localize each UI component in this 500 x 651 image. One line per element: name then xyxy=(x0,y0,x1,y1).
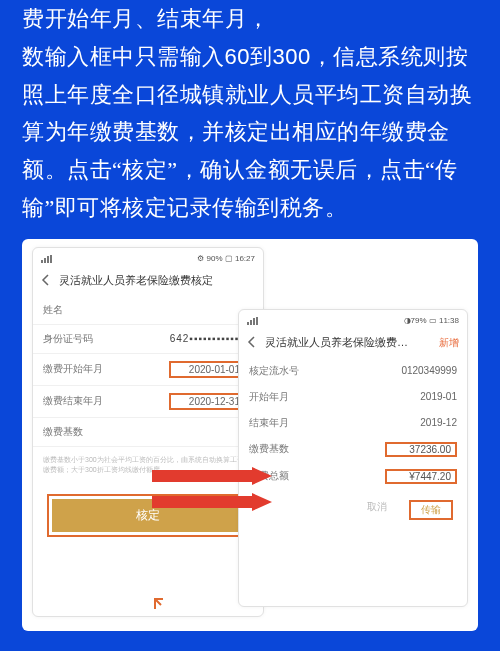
status-carrier xyxy=(247,317,287,325)
serial-value: 0120349999 xyxy=(401,365,457,376)
svg-rect-6 xyxy=(253,318,255,325)
intro-line3: 照上年度全口径城镇就业人员平均工资自动换 xyxy=(22,82,472,107)
arrow-icon xyxy=(152,467,272,485)
status-right: ⚙ 90% ▢ 16:27 xyxy=(197,254,255,263)
svg-rect-0 xyxy=(41,260,43,263)
svg-marker-8 xyxy=(152,467,272,485)
titlebar-right: 灵活就业人员养老保险缴费… 新增 xyxy=(239,328,467,358)
rstart-value: 2019-01 xyxy=(420,391,457,402)
back-icon[interactable] xyxy=(247,334,261,352)
status-bar-left: ⚙ 90% ▢ 16:27 xyxy=(33,248,263,266)
row-rend: 结束年月 2019-12 xyxy=(239,410,467,436)
intro-line5b: 核定 xyxy=(122,157,167,182)
intro-line6b: 即可将核定记录传输到税务。 xyxy=(55,195,348,220)
svg-rect-7 xyxy=(256,317,258,325)
svg-rect-2 xyxy=(47,256,49,263)
status-right: ◑79% ▭ 11:38 xyxy=(404,316,460,325)
rbase-value: 37236.00 xyxy=(385,442,457,457)
button-row: 取消 传输 xyxy=(239,490,467,520)
screenshot-board: ⚙ 90% ▢ 16:27 灵活就业人员养老保险缴费核定 姓名 身份证号码 64… xyxy=(22,239,478,631)
name-label: 姓名 xyxy=(43,303,63,317)
intro-line6a: 输 xyxy=(22,195,45,220)
serial-label: 核定流水号 xyxy=(249,364,299,378)
back-icon[interactable] xyxy=(41,272,55,290)
intro-line5d: 传 xyxy=(435,157,458,182)
rtotal-value: ¥7447.20 xyxy=(385,469,457,484)
pointer-arrow-icon xyxy=(151,595,167,611)
titlebar-left: 灵活就业人员养老保险缴费核定 xyxy=(33,266,263,296)
intro-line1a: 费开始年月、结束年月， xyxy=(22,6,270,31)
rstart-label: 开始年月 xyxy=(249,390,289,404)
row-rtotal: 缴费总额 ¥7447.20 xyxy=(239,463,467,490)
row-serial: 核定流水号 0120349999 xyxy=(239,358,467,384)
intro-line5c: ，确认金额无误后，点击 xyxy=(178,157,426,182)
svg-marker-9 xyxy=(152,493,272,511)
end-label: 缴费结束年月 xyxy=(43,394,103,408)
instruction-text: 费开始年月、结束年月， 数输入框中只需输入60到300，信息系统则按 照上年度全… xyxy=(0,0,500,239)
transmit-button[interactable]: 传输 xyxy=(409,500,453,520)
rend-label: 结束年月 xyxy=(249,416,289,430)
status-bar-right: ◑79% ▭ 11:38 xyxy=(239,310,467,328)
phone-right: ◑79% ▭ 11:38 灵活就业人员养老保险缴费… 新增 核定流水号 0120… xyxy=(238,309,468,607)
svg-rect-5 xyxy=(250,320,252,325)
row-id: 身份证号码 642▪▪▪▪▪▪▪▪▪▪▪▪▪▪ xyxy=(33,325,263,354)
row-name: 姓名 xyxy=(33,296,263,325)
svg-rect-1 xyxy=(44,258,46,263)
arrow-icon xyxy=(152,493,272,511)
row-end: 缴费结束年月 2020-12-31 › xyxy=(33,386,263,418)
start-date-value: 2020-01-01 xyxy=(189,364,240,375)
intro-line5a: 额。点击 xyxy=(22,157,112,182)
row-rstart: 开始年月 2019-01 xyxy=(239,384,467,410)
rend-value: 2019-12 xyxy=(420,417,457,428)
rbase-label: 缴费基数 xyxy=(249,442,289,456)
intro-line2: 数输入框中只需输入60到300，信息系统则按 xyxy=(22,44,468,69)
svg-rect-4 xyxy=(247,322,249,325)
phone-left: ⚙ 90% ▢ 16:27 灵活就业人员养老保险缴费核定 姓名 身份证号码 64… xyxy=(32,247,264,617)
row-start: 缴费开始年月 2020-01-01 › xyxy=(33,354,263,386)
status-carrier xyxy=(41,255,81,263)
intro-line4: 算为年缴费基数，并核定出相应的年缴费金 xyxy=(22,119,450,144)
page-title-right: 灵活就业人员养老保险缴费… xyxy=(261,335,439,350)
row-base: 缴费基数 60 xyxy=(33,418,263,447)
start-label: 缴费开始年月 xyxy=(43,362,103,376)
id-label: 身份证号码 xyxy=(43,332,93,346)
page-title-left: 灵活就业人员养老保险缴费核定 xyxy=(55,273,255,288)
end-date-value: 2020-12-31 xyxy=(189,396,240,407)
add-action[interactable]: 新增 xyxy=(439,336,459,350)
base-label: 缴费基数 xyxy=(43,425,83,439)
svg-rect-3 xyxy=(50,255,52,263)
cancel-button[interactable]: 取消 xyxy=(367,500,387,520)
row-rbase: 缴费基数 37236.00 xyxy=(239,436,467,463)
